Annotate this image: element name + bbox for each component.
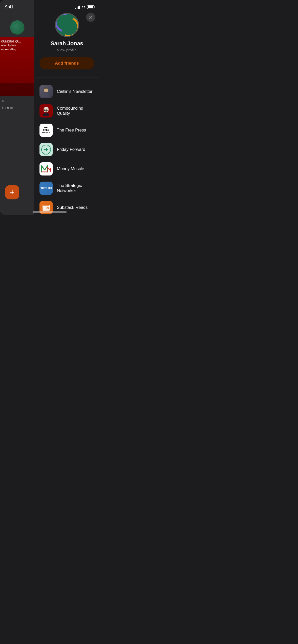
bg-partial-text: OUNDING QU... olio Update mpounding bbox=[1, 40, 22, 51]
home-indicator bbox=[33, 211, 67, 213]
newsletter-name: The Free Press bbox=[57, 128, 86, 133]
bg-bottom: 6h ··· in ing an bbox=[0, 96, 34, 114]
close-icon bbox=[89, 16, 92, 19]
list-item[interactable]: TIPCLUB The Strategic Networker bbox=[34, 179, 99, 198]
list-item[interactable]: Caitlin's Newsletter bbox=[34, 82, 99, 101]
cq-avatar-svg bbox=[41, 106, 51, 116]
avatar[interactable] bbox=[56, 14, 78, 36]
view-profile-link[interactable]: View profile bbox=[57, 48, 77, 52]
newsletter-name: Money Muscle bbox=[57, 166, 84, 171]
ff-icon-svg: Friday bbox=[40, 143, 52, 156]
list-item[interactable]: Compounding Quality bbox=[34, 101, 99, 121]
bg-content-area: OUNDING QU... olio Update mpounding bbox=[0, 37, 34, 96]
plus-icon bbox=[10, 190, 15, 195]
sr-book-svg bbox=[42, 203, 50, 212]
list-item[interactable]: Friday Friday Forward bbox=[34, 140, 99, 159]
profile-section: Sarah Jonas View profile Add friends bbox=[34, 0, 99, 76]
bg-avatar bbox=[10, 20, 24, 35]
mm-icon-svg bbox=[39, 162, 53, 175]
svg-line-9 bbox=[44, 110, 44, 110]
add-friends-button[interactable]: Add friends bbox=[39, 57, 94, 69]
profile-drawer: Sarah Jonas View profile Add friends bbox=[34, 0, 99, 215]
newsletter-icon-ff: Friday bbox=[39, 143, 53, 156]
profile-name: Sarah Jonas bbox=[51, 40, 83, 47]
svg-line-10 bbox=[48, 110, 49, 110]
svg-point-18 bbox=[47, 208, 48, 208]
newsletter-icon-cq bbox=[39, 104, 53, 118]
bg-time: 6h bbox=[2, 100, 5, 104]
bg-partial-text2: in ing an bbox=[2, 106, 32, 110]
newsletter-name: Substack Reads bbox=[57, 205, 88, 210]
newsletter-list: Caitlin's Newsletter bbox=[34, 80, 99, 215]
newsletter-icon-caitlin bbox=[39, 85, 53, 98]
newsletter-name: The Strategic Networker bbox=[57, 183, 94, 193]
newsletter-name: Friday Forward bbox=[57, 147, 85, 152]
list-item[interactable]: Money Muscle bbox=[34, 159, 99, 179]
bg-dots: ··· bbox=[29, 100, 32, 104]
caitlin-avatar-svg bbox=[41, 86, 51, 97]
close-button[interactable] bbox=[86, 13, 95, 22]
newsletter-name: Compounding Quality bbox=[57, 106, 94, 116]
fab-button[interactable] bbox=[5, 185, 19, 199]
list-item[interactable]: THEFREEPRESS The Free Press bbox=[34, 121, 99, 140]
newsletter-icon-tsn: TIPCLUB bbox=[39, 182, 53, 195]
svg-text:Friday: Friday bbox=[44, 153, 48, 155]
divider-top bbox=[34, 78, 99, 78]
newsletter-name: Caitlin's Newsletter bbox=[57, 89, 92, 94]
newsletter-icon-mm bbox=[39, 162, 53, 175]
newsletter-icon-tfp: THEFREEPRESS bbox=[39, 124, 53, 137]
background-panel: OUNDING QU... olio Update mpounding 6h ·… bbox=[0, 0, 34, 215]
